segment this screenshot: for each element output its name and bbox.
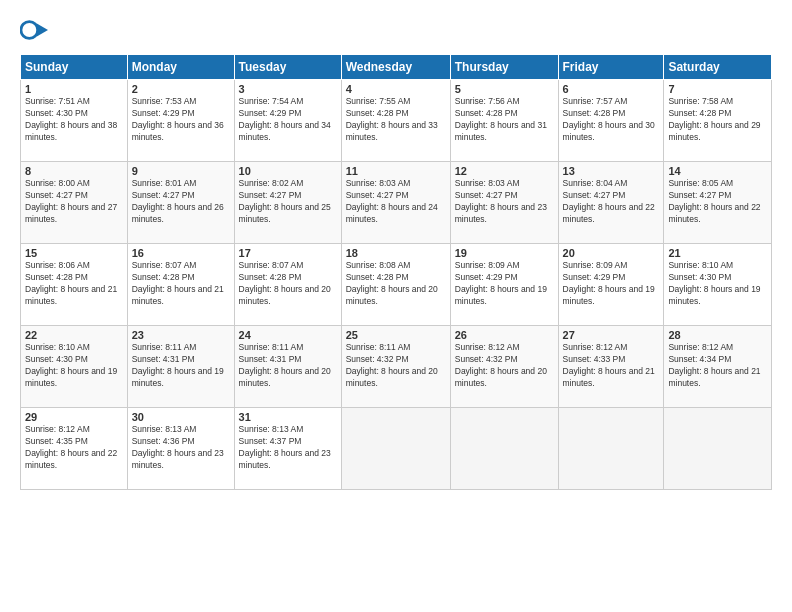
logo bbox=[20, 16, 52, 44]
calendar-cell: 21 Sunrise: 8:10 AMSunset: 4:30 PMDaylig… bbox=[664, 244, 772, 326]
day-number: 23 bbox=[132, 329, 230, 341]
calendar-cell: 14 Sunrise: 8:05 AMSunset: 4:27 PMDaylig… bbox=[664, 162, 772, 244]
day-number: 27 bbox=[563, 329, 660, 341]
calendar: SundayMondayTuesdayWednesdayThursdayFrid… bbox=[20, 54, 772, 490]
day-number: 13 bbox=[563, 165, 660, 177]
day-info: Sunrise: 8:06 AMSunset: 4:28 PMDaylight:… bbox=[25, 260, 123, 308]
day-info: Sunrise: 8:05 AMSunset: 4:27 PMDaylight:… bbox=[668, 178, 767, 226]
calendar-cell bbox=[341, 408, 450, 490]
calendar-cell: 9 Sunrise: 8:01 AMSunset: 4:27 PMDayligh… bbox=[127, 162, 234, 244]
day-number: 29 bbox=[25, 411, 123, 423]
day-number: 12 bbox=[455, 165, 554, 177]
day-info: Sunrise: 8:10 AMSunset: 4:30 PMDaylight:… bbox=[25, 342, 123, 390]
day-number: 8 bbox=[25, 165, 123, 177]
day-number: 6 bbox=[563, 83, 660, 95]
day-info: Sunrise: 7:57 AMSunset: 4:28 PMDaylight:… bbox=[563, 96, 660, 144]
calendar-cell: 17 Sunrise: 8:07 AMSunset: 4:28 PMDaylig… bbox=[234, 244, 341, 326]
calendar-cell: 30 Sunrise: 8:13 AMSunset: 4:36 PMDaylig… bbox=[127, 408, 234, 490]
day-info: Sunrise: 8:00 AMSunset: 4:27 PMDaylight:… bbox=[25, 178, 123, 226]
day-number: 28 bbox=[668, 329, 767, 341]
calendar-cell: 28 Sunrise: 8:12 AMSunset: 4:34 PMDaylig… bbox=[664, 326, 772, 408]
calendar-cell bbox=[664, 408, 772, 490]
calendar-cell: 20 Sunrise: 8:09 AMSunset: 4:29 PMDaylig… bbox=[558, 244, 664, 326]
day-info: Sunrise: 8:12 AMSunset: 4:32 PMDaylight:… bbox=[455, 342, 554, 390]
header-row: SundayMondayTuesdayWednesdayThursdayFrid… bbox=[21, 55, 772, 80]
calendar-week-3: 15 Sunrise: 8:06 AMSunset: 4:28 PMDaylig… bbox=[21, 244, 772, 326]
calendar-cell: 6 Sunrise: 7:57 AMSunset: 4:28 PMDayligh… bbox=[558, 80, 664, 162]
day-info: Sunrise: 8:09 AMSunset: 4:29 PMDaylight:… bbox=[563, 260, 660, 308]
logo-icon bbox=[20, 16, 48, 44]
day-number: 17 bbox=[239, 247, 337, 259]
day-header-sunday: Sunday bbox=[21, 55, 128, 80]
calendar-cell: 1 Sunrise: 7:51 AMSunset: 4:30 PMDayligh… bbox=[21, 80, 128, 162]
day-info: Sunrise: 8:09 AMSunset: 4:29 PMDaylight:… bbox=[455, 260, 554, 308]
page: SundayMondayTuesdayWednesdayThursdayFrid… bbox=[0, 0, 792, 612]
day-info: Sunrise: 8:11 AMSunset: 4:31 PMDaylight:… bbox=[132, 342, 230, 390]
day-number: 30 bbox=[132, 411, 230, 423]
calendar-cell: 15 Sunrise: 8:06 AMSunset: 4:28 PMDaylig… bbox=[21, 244, 128, 326]
day-header-saturday: Saturday bbox=[664, 55, 772, 80]
svg-point-0 bbox=[21, 22, 38, 39]
calendar-cell: 5 Sunrise: 7:56 AMSunset: 4:28 PMDayligh… bbox=[450, 80, 558, 162]
calendar-body: 1 Sunrise: 7:51 AMSunset: 4:30 PMDayligh… bbox=[21, 80, 772, 490]
day-header-monday: Monday bbox=[127, 55, 234, 80]
calendar-cell: 7 Sunrise: 7:58 AMSunset: 4:28 PMDayligh… bbox=[664, 80, 772, 162]
calendar-cell: 13 Sunrise: 8:04 AMSunset: 4:27 PMDaylig… bbox=[558, 162, 664, 244]
calendar-cell: 2 Sunrise: 7:53 AMSunset: 4:29 PMDayligh… bbox=[127, 80, 234, 162]
day-info: Sunrise: 8:12 AMSunset: 4:34 PMDaylight:… bbox=[668, 342, 767, 390]
calendar-week-1: 1 Sunrise: 7:51 AMSunset: 4:30 PMDayligh… bbox=[21, 80, 772, 162]
calendar-week-5: 29 Sunrise: 8:12 AMSunset: 4:35 PMDaylig… bbox=[21, 408, 772, 490]
calendar-cell: 8 Sunrise: 8:00 AMSunset: 4:27 PMDayligh… bbox=[21, 162, 128, 244]
calendar-header: SundayMondayTuesdayWednesdayThursdayFrid… bbox=[21, 55, 772, 80]
day-number: 15 bbox=[25, 247, 123, 259]
day-info: Sunrise: 8:03 AMSunset: 4:27 PMDaylight:… bbox=[455, 178, 554, 226]
day-info: Sunrise: 8:11 AMSunset: 4:32 PMDaylight:… bbox=[346, 342, 446, 390]
calendar-cell: 31 Sunrise: 8:13 AMSunset: 4:37 PMDaylig… bbox=[234, 408, 341, 490]
day-info: Sunrise: 8:01 AMSunset: 4:27 PMDaylight:… bbox=[132, 178, 230, 226]
day-header-thursday: Thursday bbox=[450, 55, 558, 80]
day-number: 26 bbox=[455, 329, 554, 341]
day-number: 7 bbox=[668, 83, 767, 95]
calendar-cell: 11 Sunrise: 8:03 AMSunset: 4:27 PMDaylig… bbox=[341, 162, 450, 244]
day-info: Sunrise: 8:03 AMSunset: 4:27 PMDaylight:… bbox=[346, 178, 446, 226]
day-info: Sunrise: 8:08 AMSunset: 4:28 PMDaylight:… bbox=[346, 260, 446, 308]
calendar-cell: 12 Sunrise: 8:03 AMSunset: 4:27 PMDaylig… bbox=[450, 162, 558, 244]
day-info: Sunrise: 7:51 AMSunset: 4:30 PMDaylight:… bbox=[25, 96, 123, 144]
calendar-cell: 10 Sunrise: 8:02 AMSunset: 4:27 PMDaylig… bbox=[234, 162, 341, 244]
calendar-cell: 4 Sunrise: 7:55 AMSunset: 4:28 PMDayligh… bbox=[341, 80, 450, 162]
day-info: Sunrise: 8:13 AMSunset: 4:37 PMDaylight:… bbox=[239, 424, 337, 472]
day-number: 3 bbox=[239, 83, 337, 95]
day-number: 20 bbox=[563, 247, 660, 259]
day-number: 1 bbox=[25, 83, 123, 95]
day-info: Sunrise: 7:55 AMSunset: 4:28 PMDaylight:… bbox=[346, 96, 446, 144]
day-number: 25 bbox=[346, 329, 446, 341]
calendar-cell: 25 Sunrise: 8:11 AMSunset: 4:32 PMDaylig… bbox=[341, 326, 450, 408]
calendar-cell bbox=[450, 408, 558, 490]
day-number: 24 bbox=[239, 329, 337, 341]
day-info: Sunrise: 7:53 AMSunset: 4:29 PMDaylight:… bbox=[132, 96, 230, 144]
day-number: 2 bbox=[132, 83, 230, 95]
calendar-cell: 3 Sunrise: 7:54 AMSunset: 4:29 PMDayligh… bbox=[234, 80, 341, 162]
header bbox=[20, 16, 772, 44]
calendar-cell: 29 Sunrise: 8:12 AMSunset: 4:35 PMDaylig… bbox=[21, 408, 128, 490]
day-number: 5 bbox=[455, 83, 554, 95]
calendar-cell bbox=[558, 408, 664, 490]
calendar-cell: 23 Sunrise: 8:11 AMSunset: 4:31 PMDaylig… bbox=[127, 326, 234, 408]
calendar-cell: 19 Sunrise: 8:09 AMSunset: 4:29 PMDaylig… bbox=[450, 244, 558, 326]
day-number: 19 bbox=[455, 247, 554, 259]
day-header-tuesday: Tuesday bbox=[234, 55, 341, 80]
day-number: 9 bbox=[132, 165, 230, 177]
day-info: Sunrise: 7:56 AMSunset: 4:28 PMDaylight:… bbox=[455, 96, 554, 144]
day-number: 14 bbox=[668, 165, 767, 177]
day-info: Sunrise: 8:07 AMSunset: 4:28 PMDaylight:… bbox=[239, 260, 337, 308]
calendar-cell: 27 Sunrise: 8:12 AMSunset: 4:33 PMDaylig… bbox=[558, 326, 664, 408]
calendar-cell: 24 Sunrise: 8:11 AMSunset: 4:31 PMDaylig… bbox=[234, 326, 341, 408]
day-info: Sunrise: 8:11 AMSunset: 4:31 PMDaylight:… bbox=[239, 342, 337, 390]
day-number: 31 bbox=[239, 411, 337, 423]
calendar-week-4: 22 Sunrise: 8:10 AMSunset: 4:30 PMDaylig… bbox=[21, 326, 772, 408]
day-info: Sunrise: 8:04 AMSunset: 4:27 PMDaylight:… bbox=[563, 178, 660, 226]
day-number: 16 bbox=[132, 247, 230, 259]
day-info: Sunrise: 7:58 AMSunset: 4:28 PMDaylight:… bbox=[668, 96, 767, 144]
day-header-wednesday: Wednesday bbox=[341, 55, 450, 80]
day-info: Sunrise: 8:10 AMSunset: 4:30 PMDaylight:… bbox=[668, 260, 767, 308]
